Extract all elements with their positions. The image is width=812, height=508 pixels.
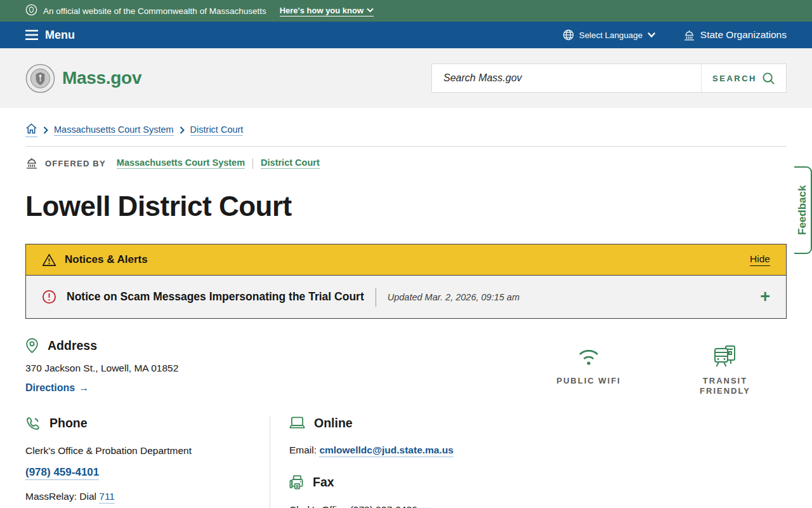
hamburger-icon	[25, 30, 38, 40]
email-link[interactable]: cmlowelldc@jud.state.ma.us	[319, 444, 454, 457]
directions-link[interactable]: Directions →	[25, 382, 89, 394]
online-section: Online Email: cmlowelldc@jud.state.ma.us…	[270, 416, 454, 508]
phone-number-link[interactable]: (978) 459-4101	[25, 466, 99, 480]
transit-icon	[712, 343, 738, 370]
breadcrumb-home-link[interactable]	[25, 123, 37, 137]
official-banner: An official website of the Commonwealth …	[0, 0, 812, 22]
email-label: Email:	[289, 444, 319, 455]
menu-button[interactable]: Menu	[25, 29, 75, 42]
email-line: Email: cmlowelldc@jud.state.ma.us	[289, 444, 454, 456]
notices-alerts-panel: Notices & Alerts Hide Notice on Scam Mes…	[25, 244, 787, 319]
home-icon	[25, 123, 37, 134]
phone-heading-row: Phone	[25, 416, 270, 431]
search-icon	[762, 72, 775, 85]
amenity-public-wifi: PUBLIC WIFI	[554, 343, 624, 397]
chevron-down-icon	[648, 32, 655, 38]
fax-heading: Fax	[313, 475, 334, 490]
notice-expand-button[interactable]: +	[760, 288, 770, 305]
search-button-label: SEARCH	[712, 74, 757, 83]
address-text: 370 Jackson St., Lowell, MA 01852	[25, 363, 178, 374]
chevron-down-icon	[367, 8, 374, 13]
phone-office-label: Clerk's Office & Probation Department	[25, 445, 270, 457]
amenity-label: TRANSIT FRIENDLY	[690, 376, 760, 397]
massrelay-line: MassRelay: Dial 711	[25, 491, 270, 502]
massrelay-711-link[interactable]: 711	[99, 491, 115, 504]
search-input[interactable]	[432, 64, 701, 92]
fax-heading-row: Fax	[289, 475, 454, 490]
amenities: PUBLIC WIFI TRANSIT FRIENDLY	[554, 343, 760, 397]
divider	[376, 288, 376, 307]
alert-exclamation-icon	[42, 290, 56, 304]
breadcrumb-separator-icon	[180, 126, 185, 134]
site-header: Mass.gov SEARCH	[0, 48, 812, 108]
address-heading: Address	[48, 338, 97, 353]
search-button[interactable]: SEARCH	[701, 64, 786, 92]
menu-label: Menu	[45, 29, 75, 42]
breadcrumb: Massachusetts Court System District Cour…	[25, 123, 787, 137]
state-organizations-link[interactable]: State Organizations	[683, 29, 787, 41]
notice-updated-timestamp: Updated Mar. 2, 2026, 09:15 am	[388, 292, 520, 302]
official-banner-text: An official website of the Commonwealth …	[43, 6, 266, 16]
breadcrumb-divider	[25, 146, 787, 147]
state-organizations-label: State Organizations	[700, 29, 787, 41]
notice-row[interactable]: Notice on Scam Messages Impersonating th…	[26, 275, 786, 318]
phone-heading: Phone	[49, 416, 88, 431]
globe-icon	[563, 29, 574, 41]
massgov-seal-icon	[25, 64, 55, 93]
address-section: Address 370 Jackson St., Lowell, MA 0185…	[25, 338, 787, 397]
fax-icon	[289, 475, 304, 490]
breadcrumb-separator-icon	[43, 126, 48, 134]
amenity-transit-friendly: TRANSIT FRIENDLY	[690, 343, 760, 397]
offered-by-court-system-link[interactable]: Massachusetts Court System	[117, 157, 245, 169]
notices-alerts-header: Notices & Alerts Hide	[26, 244, 786, 275]
offered-by-label: OFFERED BY	[45, 159, 106, 168]
page-title: Lowell District Court	[25, 190, 787, 222]
heres-how-you-know-label: Here's how you know	[280, 6, 363, 15]
feedback-tab[interactable]: Feedback	[794, 166, 812, 254]
contact-columns: Phone Clerk's Office & Probation Departm…	[25, 416, 787, 508]
statehouse-icon	[25, 157, 38, 169]
massgov-logo-text: Mass.gov	[62, 68, 141, 88]
hide-alerts-link[interactable]: Hide	[750, 253, 770, 266]
laptop-icon	[289, 416, 305, 430]
main-nav-bar: Menu Select Language State Organizations	[0, 22, 812, 48]
online-heading: Online	[314, 416, 353, 431]
state-seal-icon	[25, 4, 37, 18]
directions-label: Directions	[25, 382, 75, 394]
heres-how-you-know-toggle[interactable]: Here's how you know	[280, 6, 374, 17]
warning-triangle-icon	[42, 253, 56, 267]
notice-title: Notice on Scam Messages Impersonating th…	[67, 290, 364, 304]
online-heading-row: Online	[289, 416, 454, 431]
offered-by-row: OFFERED BY Massachusetts Court System Di…	[25, 157, 787, 169]
wifi-icon	[575, 343, 603, 370]
select-language-button[interactable]: Select Language	[563, 29, 655, 41]
divider	[252, 158, 253, 169]
notices-alerts-title: Notices & Alerts	[65, 253, 148, 266]
main-content: Massachusetts Court System District Cour…	[0, 123, 812, 508]
search-bar: SEARCH	[431, 64, 787, 93]
massrelay-label: MassRelay: Dial	[25, 491, 99, 502]
amenity-label: PUBLIC WIFI	[556, 376, 620, 386]
location-pin-icon	[25, 338, 39, 354]
offered-by-district-court-link[interactable]: District Court	[261, 157, 320, 169]
address-heading-row: Address	[25, 338, 178, 354]
address-column: Address 370 Jackson St., Lowell, MA 0185…	[25, 338, 178, 397]
arrow-right-icon: →	[79, 382, 89, 394]
fax-text: Clerk's Office (978) 937-2486	[289, 504, 454, 508]
breadcrumb-court-system-link[interactable]: Massachusetts Court System	[54, 124, 174, 136]
phone-section: Phone Clerk's Office & Probation Departm…	[25, 416, 270, 508]
massgov-logo[interactable]: Mass.gov	[25, 64, 141, 93]
select-language-label: Select Language	[579, 30, 643, 40]
breadcrumb-district-court-link[interactable]: District Court	[190, 124, 244, 136]
statehouse-icon	[683, 30, 695, 41]
phone-icon	[25, 416, 41, 431]
